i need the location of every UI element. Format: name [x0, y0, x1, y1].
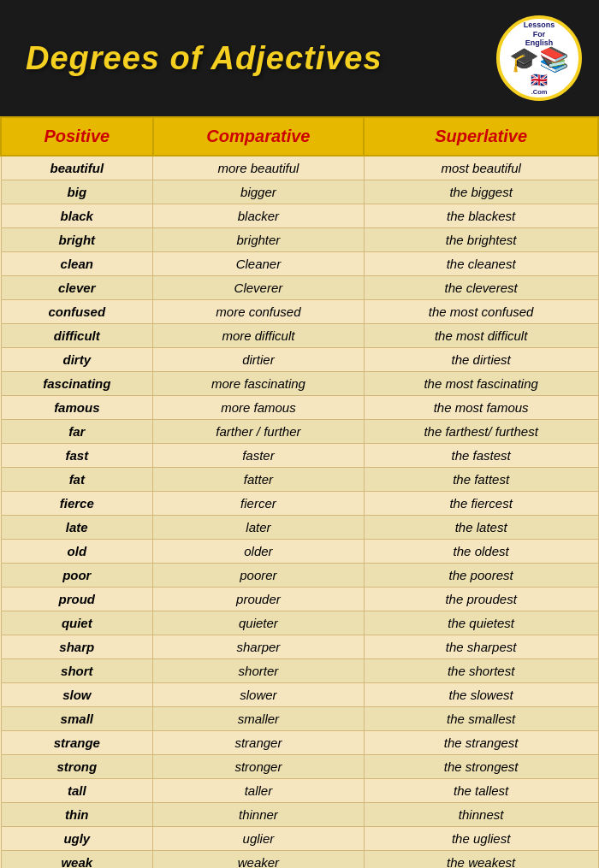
superlative-cell: the proudest	[364, 588, 598, 611]
table-row: cleverClevererthe cleverest	[1, 276, 598, 300]
positive-cell: big	[1, 180, 153, 204]
comparative-cell: smaller	[153, 707, 365, 731]
table-row: slowslowerthe slowest	[1, 683, 598, 707]
comparative-cell: farther / further	[153, 420, 365, 444]
superlative-cell: the tallest	[364, 779, 598, 803]
comparative-cell: shorter	[153, 659, 365, 683]
superlative-cell: the most fascinating	[364, 372, 598, 396]
comparative-cell: more beautiful	[153, 156, 365, 180]
superlative-cell: the shortest	[364, 659, 598, 683]
positive-cell: proud	[1, 588, 153, 611]
comparative-cell: sharper	[153, 635, 365, 659]
table-wrapper: Positive Comparative Superlative beautif…	[0, 116, 599, 868]
comparative-cell: quieter	[153, 611, 365, 635]
table-row: blackblackerthe blackest	[1, 204, 598, 228]
superlative-cell: the strongest	[364, 755, 598, 779]
header: Degrees of Adjectives LessonsForEnglish …	[0, 0, 599, 116]
positive-cell: strong	[1, 755, 153, 779]
comparative-cell: more fascinating	[153, 372, 365, 396]
table-row: bigbiggerthe biggest	[1, 180, 598, 204]
superlative-cell: the slowest	[364, 683, 598, 707]
comparative-cell: thinner	[153, 803, 365, 827]
superlative-cell: the ugliest	[364, 827, 598, 851]
adjectives-table: Positive Comparative Superlative beautif…	[0, 116, 599, 868]
col-header-superlative: Superlative	[364, 117, 598, 156]
positive-cell: confused	[1, 300, 153, 324]
table-row: brightbrighterthe brightest	[1, 228, 598, 252]
positive-cell: dirty	[1, 348, 153, 372]
positive-cell: fascinating	[1, 372, 153, 396]
positive-cell: short	[1, 659, 153, 683]
comparative-cell: taller	[153, 779, 365, 803]
table-row: proudprouderthe proudest	[1, 588, 598, 611]
positive-cell: strange	[1, 731, 153, 755]
superlative-cell: the blackest	[364, 204, 598, 228]
comparative-cell: weaker	[153, 851, 365, 869]
table-row: beautifulmore beautifulmost beautiful	[1, 156, 598, 180]
superlative-cell: the biggest	[364, 180, 598, 204]
comparative-cell: fiercer	[153, 492, 365, 516]
table-row: quietquieterthe quietest	[1, 611, 598, 635]
table-header-row: Positive Comparative Superlative	[1, 117, 598, 156]
positive-cell: fierce	[1, 492, 153, 516]
comparative-cell: dirtier	[153, 348, 365, 372]
positive-cell: small	[1, 707, 153, 731]
positive-cell: quiet	[1, 611, 153, 635]
comparative-cell: stranger	[153, 731, 365, 755]
superlative-cell: the most confused	[364, 300, 598, 324]
comparative-cell: older	[153, 540, 365, 564]
table-row: thinthinnerthinnest	[1, 803, 598, 827]
positive-cell: far	[1, 420, 153, 444]
table-row: uglyuglierthe ugliest	[1, 827, 598, 851]
comparative-cell: poorer	[153, 564, 365, 588]
comparative-cell: fatter	[153, 468, 365, 492]
table-row: strongstrongerthe strongest	[1, 755, 598, 779]
superlative-cell: the dirtiest	[364, 348, 598, 372]
positive-cell: ugly	[1, 827, 153, 851]
positive-cell: sharp	[1, 635, 153, 659]
comparative-cell: more famous	[153, 396, 365, 420]
positive-cell: fast	[1, 444, 153, 468]
table-row: fiercefiercerthe fiercest	[1, 492, 598, 516]
table-row: oldolderthe oldest	[1, 540, 598, 564]
table-row: cleanCleanerthe cleanest	[1, 252, 598, 276]
table-row: fascinatingmore fascinatingthe most fasc…	[1, 372, 598, 396]
table-row: difficultmore difficultthe most difficul…	[1, 324, 598, 348]
comparative-cell: brighter	[153, 228, 365, 252]
table-row: smallsmallerthe smallest	[1, 707, 598, 731]
superlative-cell: the strangest	[364, 731, 598, 755]
positive-cell: slow	[1, 683, 153, 707]
comparative-cell: slower	[153, 683, 365, 707]
table-row: fatfatterthe fattest	[1, 468, 598, 492]
superlative-cell: the quietest	[364, 611, 598, 635]
table-row: shortshorterthe shortest	[1, 659, 598, 683]
superlative-cell: the farthest/ furthest	[364, 420, 598, 444]
comparative-cell: bigger	[153, 180, 365, 204]
superlative-cell: the fiercest	[364, 492, 598, 516]
comparative-cell: more difficult	[153, 324, 365, 348]
superlative-cell: most beautiful	[364, 156, 598, 180]
comparative-cell: blacker	[153, 204, 365, 228]
page-wrapper: Degrees of Adjectives LessonsForEnglish …	[0, 0, 599, 868]
table-row: sharpsharperthe sharpest	[1, 635, 598, 659]
comparative-cell: Cleverer	[153, 276, 365, 300]
logo-books-icon: 🎓📚	[509, 48, 569, 72]
page-title: Degrees of Adjectives	[26, 40, 383, 77]
logo-bottom-text: .Com	[531, 88, 548, 96]
positive-cell: beautiful	[1, 156, 153, 180]
table-row: latelaterthe latest	[1, 516, 598, 540]
comparative-cell: more confused	[153, 300, 365, 324]
col-header-comparative: Comparative	[153, 117, 365, 156]
superlative-cell: the sharpest	[364, 635, 598, 659]
comparative-cell: later	[153, 516, 365, 540]
superlative-cell: the poorest	[364, 564, 598, 588]
positive-cell: difficult	[1, 324, 153, 348]
superlative-cell: thinnest	[364, 803, 598, 827]
logo: LessonsForEnglish 🎓📚 🇬🇧 .Com	[496, 15, 582, 101]
logo-top-text: LessonsForEnglish	[524, 21, 555, 48]
superlative-cell: the smallest	[364, 707, 598, 731]
table-row: talltallerthe tallest	[1, 779, 598, 803]
comparative-cell: uglier	[153, 827, 365, 851]
superlative-cell: the brightest	[364, 228, 598, 252]
positive-cell: famous	[1, 396, 153, 420]
